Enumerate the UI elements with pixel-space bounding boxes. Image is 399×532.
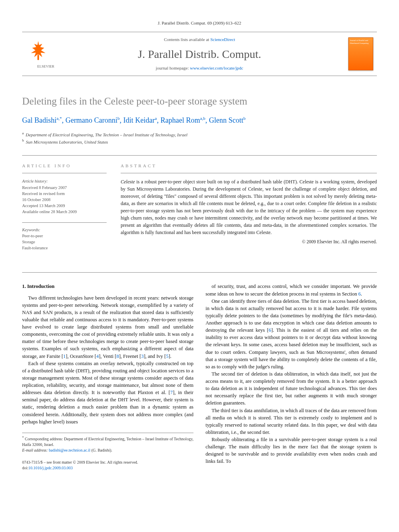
info-abstract-row: ARTICLE INFO Article history: Received 8… <box>22 155 377 259</box>
body-paragraph: of security, trust, and access control, … <box>206 283 377 297</box>
journal-cover-thumbnail: Journal of Parallel and Distributed Comp… <box>348 37 373 70</box>
abstract-column: ABSTRACT Celeste is a robust peer-to-pee… <box>121 163 377 259</box>
history-line: Received in revised form <box>22 191 107 197</box>
body-paragraph: Each of these systems contains an overla… <box>22 360 193 425</box>
body-two-column: 1. Introduction Two different technologi… <box>22 272 377 471</box>
keyword-line: Peer-to-peer <box>22 233 107 239</box>
publisher-name: ELSEVIER <box>37 64 55 69</box>
keywords-block: Keywords: Peer-to-peerStorageFault-toler… <box>22 222 107 251</box>
article-history-block: Article history: Received 8 February 200… <box>22 178 107 215</box>
journal-masthead: ELSEVIER Contents lists available at Sci… <box>22 32 377 76</box>
body-paragraph: The second tier of deletion is data obli… <box>206 370 377 407</box>
journal-cover-block: Journal of Parallel and Distributed Comp… <box>345 35 377 72</box>
body-paragraph: Robustly obliterating a file in a surviv… <box>206 436 377 465</box>
contents-available-line: Contents lists available at ScienceDirec… <box>54 37 345 43</box>
body-column-left: 1. Introduction Two different technologi… <box>22 283 193 471</box>
email-address-link[interactable]: badishi@ee.technion.ac.il <box>49 448 90 452</box>
contents-prefix: Contents lists available at <box>164 37 210 42</box>
abstract-copyright: © 2009 Elsevier Inc. All rights reserved… <box>121 238 377 245</box>
journal-title: J. Parallel Distrib. Comput. <box>54 46 345 62</box>
keywords-label: Keywords: <box>22 227 107 233</box>
abstract-heading: ABSTRACT <box>121 163 377 173</box>
article-title: Deleting files in the Celeste peer-to-pe… <box>22 94 377 108</box>
elsevier-tree-icon <box>26 39 50 63</box>
masthead-center: Contents lists available at ScienceDirec… <box>54 35 345 72</box>
journal-homepage-link[interactable]: www.elsevier.com/locate/jpdc <box>190 66 243 70</box>
front-matter-line: 0743-7315/$ – see front matter © 2009 El… <box>22 460 193 465</box>
doi-line: doi:10.1016/j.jpdc.2009.03.003 <box>22 465 193 471</box>
homepage-prefix: journal homepage: <box>156 66 190 70</box>
email-footnote: E-mail address: badishi@ee.technion.ac.i… <box>22 448 193 453</box>
footnotes-block: * Corresponding address: Department of E… <box>22 433 193 453</box>
affiliation-line: b Sun Microsystems Laboratories, United … <box>22 138 377 145</box>
authors-list: Gal Badishia,*, Germano Caronnib, Idit K… <box>22 115 377 125</box>
history-line: Available online 28 March 2009 <box>22 209 107 215</box>
svg-rect-0 <box>37 55 39 60</box>
running-citation: J. Parallel Distrib. Comput. 69 (2009) 6… <box>22 20 377 26</box>
publisher-logo-block: ELSEVIER <box>22 35 54 72</box>
body-paragraph: One can identify three tiers of data del… <box>206 298 377 370</box>
history-line: Received 8 February 2007 <box>22 185 107 191</box>
abstract-text: Celeste is a robust peer-to-peer object … <box>121 178 377 236</box>
doi-link[interactable]: 10.1016/j.jpdc.2009.03.003 <box>29 466 73 470</box>
corresponding-footnote: * Corresponding address: Department of E… <box>22 435 193 448</box>
keyword-line: Storage <box>22 239 107 245</box>
history-line: Accepted 13 March 2009 <box>22 203 107 209</box>
footer-copyright-block: 0743-7315/$ – see front matter © 2009 El… <box>22 460 193 471</box>
body-paragraph: The third tier is data annihilation, in … <box>206 407 377 436</box>
keyword-line: Fault-tolerance <box>22 245 107 251</box>
affiliation-line: a Department of Electrical Engineering, … <box>22 131 377 138</box>
affiliations: a Department of Electrical Engineering, … <box>22 131 377 145</box>
article-info-heading: ARTICLE INFO <box>22 163 107 173</box>
sciencedirect-link[interactable]: ScienceDirect <box>210 37 235 42</box>
history-label: Article history: <box>22 178 107 184</box>
homepage-line: journal homepage: www.elsevier.com/locat… <box>54 65 345 71</box>
intro-heading: 1. Introduction <box>22 283 193 290</box>
body-column-right: of security, trust, and access control, … <box>206 283 377 471</box>
body-paragraph: Two different technologies have been dev… <box>22 294 193 360</box>
history-line: 16 October 2008 <box>22 197 107 203</box>
article-info-column: ARTICLE INFO Article history: Received 8… <box>22 163 107 259</box>
article-page: J. Parallel Distrib. Comput. 69 (2009) 6… <box>0 0 399 491</box>
